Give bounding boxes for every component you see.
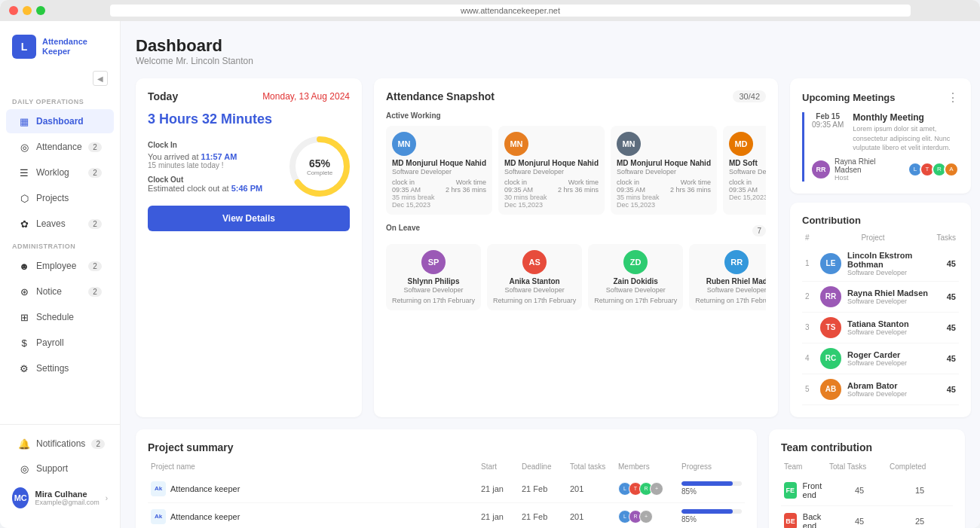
team-badge-be: BE — [784, 513, 797, 528]
user-profile[interactable]: MC Mira Culhane Example@gmail.com › — [0, 481, 120, 514]
contrib-av-3: TS — [820, 317, 841, 338]
dashboard-icon: ▦ — [18, 115, 30, 127]
main-content: Dashboard Welcome Mr. Lincoln Stanton To… — [121, 21, 980, 528]
leave-return-2: Returning on 17th February — [493, 297, 576, 304]
meeting-host: RR Rayna Rhiel Madsen Host L T R A — [812, 157, 959, 182]
upcoming-meetings-card: Upcoming Meetings ⋮ Feb 15 09:35 AM Mont — [790, 78, 971, 194]
sidebar-item-label-payroll: Payroll — [36, 337, 102, 348]
leave-return-1: Returning on 17th February — [392, 297, 475, 304]
worklog-icon: ☰ — [18, 166, 30, 179]
host-name: Rayna Rhiel Madsen — [835, 157, 903, 174]
sidebar-item-worklog[interactable]: ☰ Worklog 2 — [6, 160, 114, 185]
contrib-row-5: 5 AB Abram Bator Software Developer 45 — [802, 374, 959, 405]
contrib-name-1: Lincoln Ekstrom Bothman Software Develop… — [847, 251, 941, 276]
leave-emp-1: SP Shlynn Philips Software Developer Ret… — [386, 244, 481, 310]
sidebar-item-settings[interactable]: ⚙ Settings — [6, 356, 114, 380]
proj-col-start: Start — [481, 462, 519, 471]
page-title: Dashboard — [136, 36, 965, 56]
sidebar-item-label-schedule: Schedule — [36, 312, 102, 322]
titlebar: www.attendancekeeper.net — [0, 0, 980, 21]
emp-card-2: MN MD Monjurul Hoque Nahid Software Deve… — [498, 126, 605, 215]
proj-col-tasks: Total tasks — [570, 462, 615, 471]
payroll-icon: $ — [18, 337, 30, 349]
proj-icon-2: Ak — [151, 509, 166, 524]
meetings-more-icon[interactable]: ⋮ — [947, 90, 959, 105]
late-text: 15 minutes late today ! — [148, 161, 277, 169]
today-label: Today — [148, 90, 178, 102]
schedule-icon: ⊞ — [18, 311, 30, 323]
proj-deadline-2: 21 Feb — [522, 512, 567, 521]
project-summary-title: Project summary — [148, 441, 745, 453]
contribution-card: Contribution # Project Tasks 1 LE Lincol… — [790, 203, 971, 417]
sidebar-item-payroll[interactable]: $ Payroll — [6, 331, 114, 355]
sidebar-item-notifications[interactable]: 🔔 Notifications 2 — [6, 432, 114, 456]
hours-display: 3 Hours 32 Minutes — [148, 111, 350, 127]
worklog-badge: 2 — [88, 168, 102, 178]
sidebar-item-notice[interactable]: ⊛ Notice 2 — [6, 279, 114, 304]
close-button[interactable] — [9, 6, 18, 15]
logo-text: Attendance Keeper — [42, 37, 87, 56]
sidebar-item-label-projects: Projects — [36, 193, 102, 203]
clock-in-label: Clock In — [148, 141, 277, 149]
emp-name-1: MD Monjurul Hoque Nahid — [392, 159, 486, 168]
sidebar-item-employee[interactable]: ☻ Employee 2 — [6, 254, 114, 278]
clock-info: Clock In You arrived at 11:57 AM 15 minu… — [148, 141, 277, 193]
emp-avatar-3: MN — [617, 132, 641, 156]
proj-tasks-2: 201 — [570, 512, 615, 521]
proj-mv-4: + — [650, 482, 663, 496]
sidebar-item-label-attendance: Attendance — [36, 142, 82, 152]
active-employees-row: MN MD Monjurul Hoque Nahid Software Deve… — [386, 126, 766, 215]
team-row-be: BE Back end 45 25 — [781, 506, 953, 528]
proj-col-name: Project name — [151, 462, 478, 471]
top-grid: Today Monday, 13 Aug 2024 3 Hours 32 Min… — [136, 78, 965, 417]
contrib-name-2: Rayna Rhiel Madsen Software Developer — [847, 288, 941, 305]
sidebar-item-label-support: Support — [36, 463, 102, 474]
contrib-col-tasks: Tasks — [936, 233, 956, 242]
settings-icon: ⚙ — [18, 362, 30, 374]
emp-avatar-1: MN — [392, 132, 416, 156]
user-avatar: MC — [12, 487, 29, 508]
page-header: Dashboard Welcome Mr. Lincoln Stanton — [136, 36, 965, 66]
meeting-date: Feb 15 — [812, 112, 844, 121]
emp-card-4: MD MD Soft Software Developer clock inWo… — [723, 126, 766, 215]
team-contrib-title: Team contribution — [781, 441, 953, 453]
leave-name-3: Zain Dokidis — [594, 277, 677, 286]
proj-name-1: Ak Attendance keeper — [151, 481, 478, 496]
sidebar-item-label-settings: Settings — [36, 363, 102, 374]
proj-tasks-1: 201 — [570, 484, 615, 493]
contrib-col-hash: # — [805, 233, 810, 242]
logo: L Attendance Keeper — [0, 29, 120, 71]
view-details-button[interactable]: View Details — [148, 206, 350, 231]
sidebar-item-label-dashboard: Dashboard — [36, 116, 102, 127]
contrib-av-5: AB — [820, 379, 841, 400]
today-card: Today Monday, 13 Aug 2024 3 Hours 32 Min… — [136, 78, 362, 417]
notifications-badge: 2 — [91, 439, 105, 449]
leave-count-badge: 7 — [752, 225, 766, 237]
sidebar-item-label-employee: Employee — [36, 261, 82, 271]
emp-name-2: MD Monjurul Hoque Nahid — [504, 159, 599, 168]
sidebar-item-support[interactable]: ◎ Support — [6, 456, 114, 481]
maximize-button[interactable] — [36, 6, 45, 15]
leaves-badge: 2 — [88, 219, 102, 229]
sidebar-item-schedule[interactable]: ⊞ Schedule — [6, 305, 114, 329]
sidebar-collapse-button[interactable]: ◀ — [93, 71, 108, 86]
leave-role-3: Software Developer — [594, 286, 677, 294]
user-details: Mira Culhane Example@gmail.com — [35, 490, 99, 506]
contrib-name-5: Abram Bator Software Developer — [847, 381, 941, 398]
sidebar-item-label-worklog: Worklog — [36, 167, 82, 178]
emp-avatar-2: MN — [504, 132, 528, 156]
sidebar-item-dashboard[interactable]: ▦ Dashboard — [6, 109, 114, 133]
contrib-col-project: Project — [861, 233, 884, 242]
employee-icon: ☻ — [18, 260, 30, 272]
circle-sublabel: Complete — [307, 169, 332, 176]
sidebar-item-projects[interactable]: ⬡ Projects — [6, 186, 114, 210]
sidebar-item-attendance[interactable]: ◎ Attendance 2 — [6, 135, 114, 159]
sidebar: L Attendance Keeper ◀ DAILY OPERATIONS ▦… — [0, 21, 121, 528]
leave-emp-4: RR Ruben Rhiel Mad Software Developer Re… — [689, 244, 766, 310]
sidebar-item-leaves[interactable]: ✿ Leaves 2 — [6, 212, 114, 236]
attendance-icon: ◎ — [18, 141, 30, 153]
minimize-button[interactable] — [23, 6, 32, 15]
sidebar-item-label-notifications: Notifications — [36, 438, 85, 449]
project-summary-card: Project summary Project name Start Deadl… — [136, 429, 757, 528]
url-bar: www.attendancekeeper.net — [110, 5, 911, 17]
